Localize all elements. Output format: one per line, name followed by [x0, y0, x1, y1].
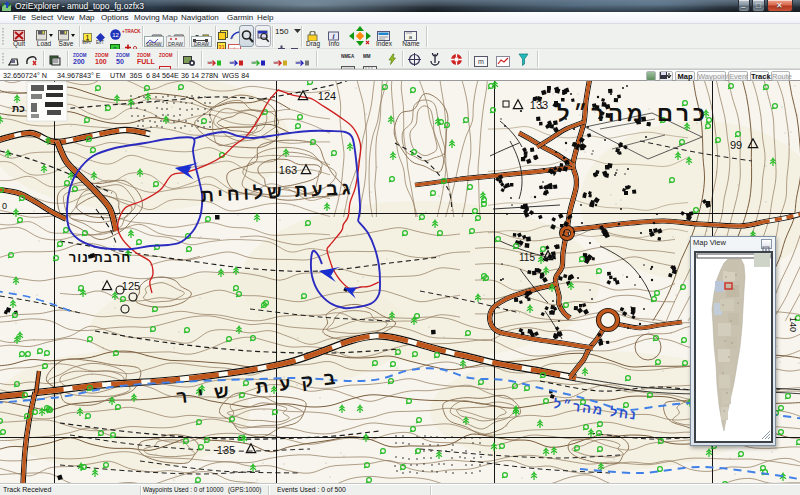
svg-text:כרם מהר״ל: כרם מהר״ל	[557, 101, 709, 126]
svg-text:99: 99	[730, 139, 742, 151]
svg-text:124: 124	[318, 90, 336, 102]
svg-text:163: 163	[279, 164, 297, 176]
svg-text:כת: כת	[12, 103, 25, 114]
svg-text:DRAW: DRAW	[168, 41, 183, 47]
svg-text:133: 133	[530, 99, 548, 111]
svg-text:DRAW: DRAW	[146, 41, 161, 47]
svg-text:135: 135	[217, 444, 235, 456]
svg-text:140: 140	[788, 317, 798, 332]
svg-text:m: m	[478, 58, 484, 65]
svg-text:115: 115	[519, 252, 535, 263]
svg-text:חרבת נור: חרבת נור	[69, 250, 132, 265]
svg-text:125: 125	[122, 280, 140, 292]
svg-text:0: 0	[2, 201, 7, 211]
svg-text:DRAW: DRAW	[194, 41, 209, 47]
